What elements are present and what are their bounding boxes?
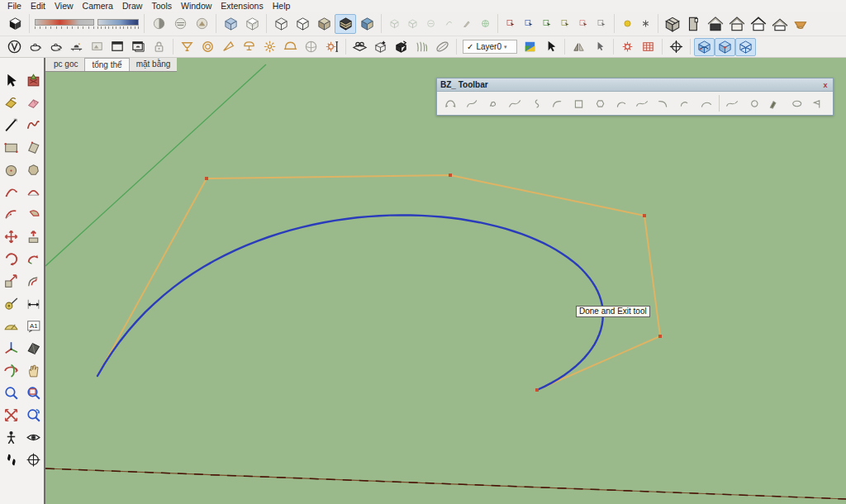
sidebar-tool-dimension[interactable] [22,292,45,315]
toolbar-button-fog-dialog[interactable] [169,14,191,34]
toolbar-button-plugin-globe[interactable] [476,14,494,34]
bz-button-flag-shape[interactable] [807,95,829,112]
menu-tools[interactable]: Tools [147,1,176,11]
toolbar-button-vray-logo[interactable] [4,38,25,56]
time-strip-bar[interactable] [97,19,139,26]
toolbar-button-view-iso[interactable] [662,14,683,34]
sidebar-tool-pan[interactable] [22,359,45,382]
toolbar-button-shadow-cube[interactable] [4,14,26,34]
toolbar-button-style-hidden-line[interactable] [292,14,313,34]
sidebar-tool-make-component[interactable] [22,69,45,92]
bz-button-wave-n4[interactable] [722,95,744,112]
control-point-3[interactable] [643,214,646,217]
toolbar-button-plugin-cube-1[interactable] [385,14,403,34]
toolbar-button-red-sun-tool[interactable] [617,38,638,56]
scene-tab[interactable]: pc goc [47,58,84,71]
sidebar-tool-pie[interactable] [22,203,45,226]
toolbar-button-vray-sphere[interactable] [301,38,321,56]
toolbar-button-color-by-layer[interactable] [520,38,540,56]
close-icon[interactable]: x [821,81,829,89]
time-strip[interactable] [97,19,139,29]
date-strip-bar[interactable] [35,19,94,26]
bz-button-ellipse-shape[interactable] [786,95,807,112]
toolbar-button-style-shaded[interactable] [313,14,335,34]
bz-button-hexagon-shape[interactable] [590,95,611,112]
toolbar-button-view-top[interactable] [769,14,791,34]
sidebar-tool-zoom[interactable] [0,382,22,404]
toolbar-button-bezier-surface-3[interactable] [735,38,756,56]
toolbar-button-proxy-export[interactable] [391,38,411,56]
toolbar-button-cursor-tool[interactable] [540,38,561,56]
bz-button-edit-pen[interactable] [764,95,786,112]
sidebar-tool-orbit[interactable] [0,359,22,382]
sidebar-tool-protractor[interactable] [0,315,22,337]
toolbar-button-view-partial[interactable] [791,14,812,34]
scene-tab[interactable]: tổng thể [84,58,129,71]
toolbar-button-light-rect[interactable] [177,38,197,56]
menu-draw[interactable]: Draw [118,1,147,11]
toolbar-button-bezier-surface-1[interactable] [694,38,715,56]
toolbar-button-style-xray[interactable] [220,14,241,34]
sidebar-tool-two-point-arc[interactable] [22,181,45,203]
menu-view[interactable]: View [50,1,78,11]
toolbar-button-red-grid-tool[interactable] [638,38,658,56]
toolbar-button-bezier-surface-2[interactable] [715,38,735,56]
bezier-control-polygon[interactable] [97,175,660,390]
scene-tab[interactable]: mặt bằng [130,58,178,71]
toolbar-button-light-sun[interactable] [321,38,342,56]
sidebar-tool-rectangle[interactable] [0,136,22,159]
sidebar-tool-push-pull[interactable] [22,226,45,248]
sidebar-tool-move[interactable] [0,226,22,248]
toolbar-button-mirror-tool[interactable] [568,38,589,56]
toolbar-button-select-green[interactable] [538,14,556,34]
toolbar-button-select-red[interactable] [501,14,520,34]
sidebar-tool-tape-measure[interactable] [0,292,22,315]
sidebar-tool-scale[interactable] [0,270,22,292]
sidebar-tool-section-plane[interactable] [22,337,45,359]
toolbar-button-match-photo[interactable] [191,14,212,34]
bz-toolbar-titlebar[interactable]: BZ_ Toolbar x [437,78,833,92]
menu-file[interactable]: File [3,1,26,11]
bz-button-s-curve[interactable] [526,95,548,112]
toolbar-button-vray-frame-buffer[interactable] [107,38,128,56]
toolbar-button-select-olive[interactable] [556,14,574,34]
toolbar-button-view-back[interactable] [726,14,748,34]
sidebar-tool-select[interactable] [0,69,22,92]
bezier-curve[interactable] [97,215,603,390]
bz-button-circle-shape[interactable] [744,95,765,112]
toolbar-button-vray-viewport-region[interactable] [87,38,107,56]
toolbar-button-vray-viewport-render[interactable] [66,38,87,56]
menu-extensions[interactable]: Extensions [216,1,267,11]
layer-dropdown[interactable]: ✓ Layer0 ▾ [463,40,517,54]
sidebar-tool-freehand[interactable] [22,114,45,136]
drawing-viewport[interactable]: pc goctổng thểmặt bằng BZ_ Toolbar x Don… [45,58,846,504]
sidebar-tool-follow-me[interactable] [22,248,45,270]
sidebar-tool-rotated-rectangle[interactable] [22,136,45,159]
toolbar-button-light-dome[interactable] [280,38,301,56]
sidebar-tool-text[interactable]: A1 [22,315,45,337]
toolbar-button-plugin-cube-2[interactable] [403,14,421,34]
toolbar-button-light-omni[interactable] [259,38,280,56]
toolbar-button-view-left[interactable] [748,14,769,34]
control-point-2[interactable] [449,174,452,177]
toolbar-button-vray-clipper[interactable] [432,38,453,56]
toolbar-button-vray-render[interactable] [25,38,45,56]
toolbar-button-vray-batch-render[interactable] [128,38,149,56]
bz-button-square-shape[interactable] [568,95,590,112]
control-point-5[interactable] [535,388,539,392]
bz-button-knot[interactable] [484,95,506,112]
bz-button-arc-c2[interactable] [696,95,717,112]
menu-edit[interactable]: Edit [26,1,50,11]
sidebar-tool-eraser[interactable] [22,92,45,114]
control-point-1[interactable] [205,177,208,180]
date-strip[interactable] [35,19,94,29]
toolbar-button-select-blue[interactable] [520,14,538,34]
sidebar-tool-arc[interactable] [0,181,22,203]
toolbar-button-move-compass[interactable] [666,38,687,56]
toolbar-button-shadow-dialog[interactable] [148,14,169,34]
bz-button-arch[interactable] [442,95,463,112]
menu-camera[interactable]: Camera [78,1,117,11]
bz-button-arc-c[interactable] [611,95,633,112]
menu-window[interactable]: Window [177,1,216,11]
sidebar-tool-paint-bucket[interactable] [0,92,22,114]
